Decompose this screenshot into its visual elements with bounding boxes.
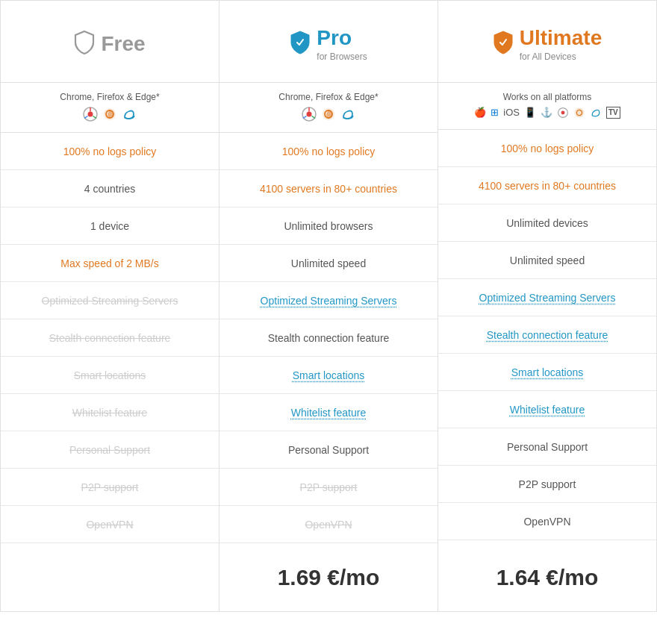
feature-text: Smart locations xyxy=(74,369,146,381)
feature-row-ultimate-3: Unlimited speed xyxy=(438,242,656,279)
feature-text: Stealth connection feature xyxy=(268,332,390,344)
feature-row-ultimate-9: P2P support xyxy=(438,466,656,503)
feature-row-free-5: Stealth connection feature xyxy=(1,319,219,357)
svg-point-16 xyxy=(575,108,585,118)
platform-icons-pro xyxy=(227,107,430,122)
feature-text: 100% no logs policy xyxy=(501,143,594,154)
feature-row-pro-7: Whitelist feature xyxy=(219,394,438,431)
feature-row-pro-10: OpenVPN xyxy=(219,506,438,543)
feature-row-free-4: Optimized Streaming Servers xyxy=(1,282,219,319)
price-section-ultimate: 1.64 €/mo xyxy=(438,540,656,611)
feature-text: Max speed of 2 MB/s xyxy=(60,257,159,269)
feature-row-ultimate-6: Smart locations xyxy=(438,354,656,391)
price-section-free xyxy=(1,543,219,611)
platform-icons-ultimate: 🍎 ⊞ iOS 📱 ⚓ TV xyxy=(446,107,649,119)
feature-text: Whitelist feature xyxy=(291,407,366,419)
price-text-pro: 1.69 €/mo xyxy=(278,565,380,590)
feature-row-pro-1: 4100 servers in 80+ countries xyxy=(219,170,438,207)
feature-text: Whitelist feature xyxy=(72,407,147,419)
feature-text: OpenVPN xyxy=(86,519,133,531)
feature-row-free-8: Personal Support xyxy=(1,431,219,469)
platform-icons-free xyxy=(8,107,211,122)
chrome-icon xyxy=(83,107,98,122)
feature-text: Unlimited speed xyxy=(291,257,366,269)
plan-name-pro: Pro xyxy=(317,26,367,50)
feature-text: Optimized Streaming Servers xyxy=(479,292,616,304)
feature-text: Stealth connection feature xyxy=(487,329,608,341)
feature-row-ultimate-4: Optimized Streaming Servers xyxy=(438,279,656,316)
platforms-row-pro: Chrome, Firefox & Edge* xyxy=(219,83,438,133)
feature-text: Whitelist feature xyxy=(510,404,585,416)
platforms-row-free: Chrome, Firefox & Edge* xyxy=(1,83,219,133)
plan-logo-ultimate: Ultimate for All Devices xyxy=(493,26,602,62)
feature-row-pro-0: 100% no logs policy xyxy=(219,133,438,170)
plan-name-ultimate: Ultimate xyxy=(520,26,602,50)
feature-row-free-2: 1 device xyxy=(1,207,219,245)
feature-text: 4100 servers in 80+ countries xyxy=(260,183,397,195)
feature-text: Personal Support xyxy=(69,444,150,456)
feature-text: Unlimited devices xyxy=(506,217,588,229)
feature-text: P2P support xyxy=(519,478,576,490)
plan-subtitle-pro: for Browsers xyxy=(317,51,367,62)
feature-row-ultimate-7: Whitelist feature xyxy=(438,391,656,428)
feature-text: P2P support xyxy=(300,481,358,493)
feature-row-free-7: Whitelist feature xyxy=(1,394,219,431)
edge-icon xyxy=(122,107,137,122)
plan-col-ultimate: Ultimate for All Devices Works on all pl… xyxy=(438,1,656,611)
feature-text: 4100 servers in 80+ countries xyxy=(479,180,616,192)
feature-row-ultimate-0: 100% no logs policy xyxy=(438,130,656,167)
price-section-pro: 1.69 €/mo xyxy=(219,543,438,611)
shield-icon-free xyxy=(74,30,95,58)
feature-row-free-1: 4 countries xyxy=(1,170,219,207)
platforms-row-ultimate: Works on all platforms 🍎 ⊞ iOS 📱 ⚓ TV xyxy=(438,83,656,130)
feature-row-ultimate-1: 4100 servers in 80+ countries xyxy=(438,167,656,204)
feature-row-pro-4: Optimized Streaming Servers xyxy=(219,282,438,319)
feature-text: Unlimited speed xyxy=(510,254,585,266)
feature-text: Personal Support xyxy=(507,441,588,453)
feature-row-free-6: Smart locations xyxy=(1,357,219,394)
price-text-ultimate: 1.64 €/mo xyxy=(496,565,599,590)
feature-row-free-3: Max speed of 2 MB/s xyxy=(1,245,219,282)
feature-row-ultimate-2: Unlimited devices xyxy=(438,204,656,242)
feature-text: 4 countries xyxy=(84,183,135,195)
platform-label-pro: Chrome, Firefox & Edge* xyxy=(227,92,430,102)
svg-point-8 xyxy=(307,112,312,117)
feature-row-free-9: P2P support xyxy=(1,469,219,506)
feature-row-pro-6: Smart locations xyxy=(219,357,438,394)
plan-logo-pro: Pro for Browsers xyxy=(290,26,367,62)
feature-row-pro-3: Unlimited speed xyxy=(219,245,438,282)
feature-text: 100% no logs policy xyxy=(63,146,157,157)
feature-text: Optimized Streaming Servers xyxy=(261,295,397,307)
feature-text: 100% no logs policy xyxy=(282,146,376,157)
feature-row-free-0: 100% no logs policy xyxy=(1,133,219,170)
firefox-icon xyxy=(321,107,336,122)
plan-subtitle-ultimate: for All Devices xyxy=(520,51,602,62)
plan-col-pro: Pro for Browsers Chrome, Firefox & Edge*… xyxy=(219,1,438,611)
feature-text: P2P support xyxy=(81,481,139,493)
feature-text: Smart locations xyxy=(511,366,583,378)
plan-name-free: Free xyxy=(101,32,145,56)
platform-label-ultimate: Works on all platforms xyxy=(446,92,649,102)
feature-row-ultimate-8: Personal Support xyxy=(438,428,656,466)
plan-header-pro: Pro for Browsers xyxy=(219,1,438,83)
chrome-icon xyxy=(302,107,317,122)
plan-col-free: Free Chrome, Firefox & Edge* 100% no log… xyxy=(1,1,219,611)
feature-text: Optimized Streaming Servers xyxy=(42,295,178,307)
feature-text: 1 device xyxy=(90,220,129,232)
feature-text: OpenVPN xyxy=(523,516,570,528)
feature-row-pro-2: Unlimited browsers xyxy=(219,207,438,245)
firefox-icon xyxy=(102,107,117,122)
feature-row-ultimate-10: OpenVPN xyxy=(438,503,656,540)
feature-row-pro-8: Personal Support xyxy=(219,431,438,469)
pricing-table: Free Chrome, Firefox & Edge* 100% no log… xyxy=(0,0,657,612)
edge-icon xyxy=(340,107,355,122)
feature-text: OpenVPN xyxy=(305,519,352,531)
shield-icon-ultimate xyxy=(493,30,514,58)
feature-row-free-10: OpenVPN xyxy=(1,506,219,543)
plan-logo-free: Free xyxy=(74,30,145,58)
feature-row-ultimate-5: Stealth connection feature xyxy=(438,316,656,354)
plan-header-free: Free xyxy=(1,1,219,83)
feature-text: Unlimited browsers xyxy=(284,220,373,232)
feature-text: Stealth connection feature xyxy=(49,332,171,344)
feature-row-pro-5: Stealth connection feature xyxy=(219,319,438,357)
